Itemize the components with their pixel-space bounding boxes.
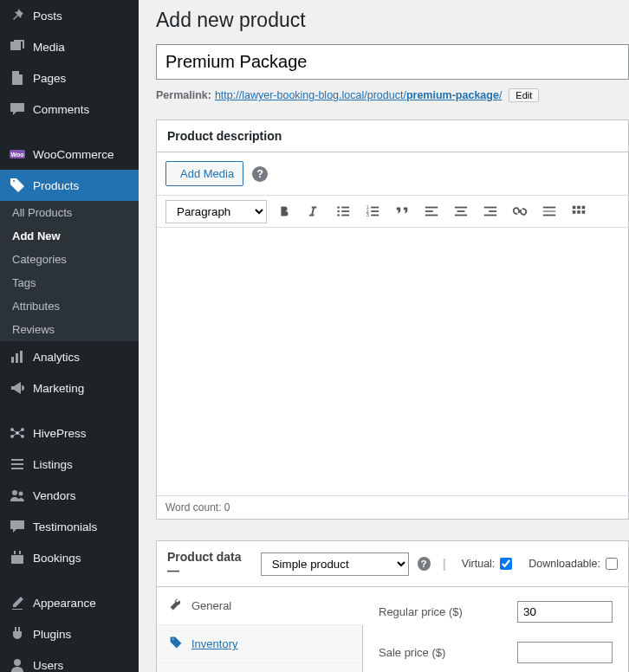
italic-button[interactable] xyxy=(302,199,326,223)
sidebar-item-analytics[interactable]: Analytics xyxy=(0,341,139,372)
sidebar-subitem-reviews[interactable]: Reviews xyxy=(0,318,139,341)
blockquote-button[interactable] xyxy=(390,199,414,223)
product-tab-linked-products[interactable]: Linked Products xyxy=(157,663,362,672)
align-center-button[interactable] xyxy=(449,199,473,223)
virtual-checkbox[interactable] xyxy=(500,558,512,570)
admin-sidebar: PostsMediaPagesCommentsWooWooCommercePro… xyxy=(0,0,139,672)
sidebar-item-label: HivePress xyxy=(33,427,87,440)
sidebar-item-hivepress[interactable]: HivePress xyxy=(0,417,139,449)
sidebar-item-users[interactable]: Users xyxy=(0,649,139,672)
regular-price-label: Regular price ($) xyxy=(379,605,517,618)
appearance-icon xyxy=(9,594,26,611)
sidebar-item-label: Marketing xyxy=(33,382,84,395)
svg-rect-34 xyxy=(371,207,379,209)
product-data-heading: Product data — xyxy=(167,550,252,578)
svg-point-13 xyxy=(12,490,17,495)
numbered-list-button[interactable]: 123 xyxy=(360,199,385,223)
svg-rect-42 xyxy=(455,207,467,209)
main-content: Add new product Permalink: http://lawyer… xyxy=(139,0,629,672)
svg-rect-43 xyxy=(457,210,465,212)
add-media-label: Add Media xyxy=(180,167,234,180)
svg-rect-3 xyxy=(16,353,18,363)
svg-rect-38 xyxy=(371,215,379,216)
comment-icon xyxy=(9,100,26,118)
sidebar-item-testimonials[interactable]: Testimonials xyxy=(0,511,139,542)
sidebar-item-products[interactable]: Products xyxy=(0,170,139,201)
tag-icon xyxy=(169,636,183,652)
sidebar-subitem-add-new[interactable]: Add New xyxy=(0,224,139,248)
svg-rect-49 xyxy=(543,210,555,212)
sidebar-item-label: Posts xyxy=(33,10,62,23)
product-type-help-icon[interactable]: ? xyxy=(418,557,431,571)
product-tab-general[interactable]: General xyxy=(157,587,363,625)
product-data-panel: GeneralInventoryLinked Products Regular … xyxy=(156,587,629,672)
svg-rect-11 xyxy=(11,463,23,465)
sidebar-item-media[interactable]: Media xyxy=(0,31,139,62)
sidebar-item-bookings[interactable]: Bookings xyxy=(0,542,139,573)
align-left-button[interactable] xyxy=(419,199,444,223)
svg-rect-4 xyxy=(20,351,23,363)
editor-textarea[interactable] xyxy=(157,228,628,496)
format-toolbar: Paragraph 123 xyxy=(157,195,628,228)
link-button[interactable] xyxy=(508,199,532,223)
sidebar-item-plugins[interactable]: Plugins xyxy=(0,618,139,649)
product-type-select[interactable]: Simple product xyxy=(261,552,409,576)
sidebar-item-label: Appearance xyxy=(33,597,96,610)
svg-rect-48 xyxy=(543,207,555,209)
sidebar-item-label: Testimonials xyxy=(33,520,97,533)
format-select[interactable]: Paragraph xyxy=(165,200,267,223)
svg-rect-47 xyxy=(484,215,496,216)
sidebar-subitem-categories[interactable]: Categories xyxy=(0,248,139,271)
sidebar-item-comments[interactable]: Comments xyxy=(0,94,139,125)
pin-icon xyxy=(9,7,26,24)
sidebar-subitem-attributes[interactable]: Attributes xyxy=(0,294,139,318)
sidebar-item-label: Vendors xyxy=(33,489,76,502)
sidebar-item-marketing[interactable]: Marketing xyxy=(0,372,139,404)
vendors-icon xyxy=(9,487,26,504)
align-right-button[interactable] xyxy=(478,199,503,223)
sidebar-item-listings[interactable]: Listings xyxy=(0,449,139,480)
bookings-icon xyxy=(9,549,26,566)
help-icon[interactable]: ? xyxy=(252,166,268,182)
sidebar-item-label: Bookings xyxy=(33,552,81,565)
svg-rect-36 xyxy=(371,210,379,212)
svg-point-19 xyxy=(14,659,21,666)
svg-rect-51 xyxy=(573,206,576,210)
bullet-list-button[interactable] xyxy=(331,199,355,223)
bold-button[interactable] xyxy=(272,199,296,223)
sidebar-subitem-all-products[interactable]: All Products xyxy=(0,201,139,224)
wrench-icon xyxy=(169,598,183,614)
toolbar-toggle-button[interactable] xyxy=(567,199,591,223)
sidebar-item-appearance[interactable]: Appearance xyxy=(0,587,139,618)
svg-rect-45 xyxy=(484,207,496,209)
svg-text:Woo: Woo xyxy=(10,152,23,158)
product-title-input[interactable] xyxy=(156,44,629,80)
testimonials-icon xyxy=(9,518,26,535)
sidebar-item-posts[interactable]: Posts xyxy=(0,0,139,31)
hivepress-icon xyxy=(9,424,26,442)
insert-more-button[interactable] xyxy=(537,199,561,223)
product-tab-inventory[interactable]: Inventory xyxy=(157,625,362,663)
edit-permalink-button[interactable]: Edit xyxy=(509,88,539,102)
svg-rect-44 xyxy=(455,215,467,216)
svg-rect-54 xyxy=(573,210,576,214)
product-data-header: Product data — Simple product ? | Virtua… xyxy=(156,540,629,587)
svg-rect-17 xyxy=(14,551,16,554)
description-heading: Product description xyxy=(157,120,628,152)
permalink-link[interactable]: http://lawyer-booking-blog.local/product… xyxy=(215,89,502,101)
sidebar-item-label: Analytics xyxy=(33,351,80,364)
add-media-button[interactable]: Add Media xyxy=(165,161,243,186)
svg-point-14 xyxy=(19,492,23,496)
sidebar-item-label: Comments xyxy=(33,103,89,116)
sidebar-subitem-tags[interactable]: Tags xyxy=(0,271,139,294)
sidebar-item-woocommerce[interactable]: WooWooCommerce xyxy=(0,139,139,170)
sidebar-submenu: All ProductsAdd NewCategoriesTagsAttribu… xyxy=(0,201,139,341)
sidebar-item-vendors[interactable]: Vendors xyxy=(0,480,139,511)
permalink-row: Permalink: http://lawyer-booking-blog.lo… xyxy=(156,88,629,102)
downloadable-checkbox[interactable] xyxy=(606,558,618,570)
media-icon xyxy=(9,38,26,55)
sidebar-item-pages[interactable]: Pages xyxy=(0,62,139,94)
sale-price-input[interactable] xyxy=(517,642,613,663)
svg-rect-55 xyxy=(577,210,580,214)
regular-price-input[interactable] xyxy=(517,601,613,623)
